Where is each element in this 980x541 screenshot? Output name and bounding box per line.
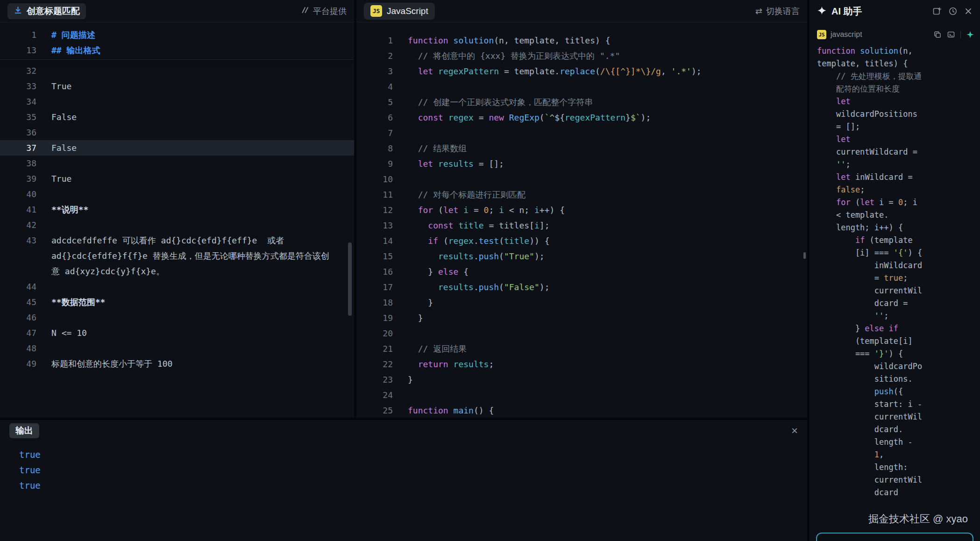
description-line-42[interactable]: 42 (0, 217, 354, 233)
editor-line-10[interactable]: 10 (356, 171, 807, 187)
editor-line-4[interactable]: 4 (356, 79, 807, 94)
description-line-35[interactable]: 35False (0, 109, 354, 125)
description-line-39[interactable]: 39True (0, 171, 354, 186)
token-kw: if (889, 324, 898, 333)
code-text: const regex = new RegExp(`^${regexPatter… (408, 110, 651, 125)
token-pl (504, 113, 509, 122)
token-fn: replace (560, 66, 595, 76)
token-pl (408, 66, 418, 76)
editor-line-13[interactable]: 13 const title = titles[i]; (356, 218, 807, 233)
history-icon[interactable] (948, 7, 958, 16)
editor-line-18[interactable]: 18 } (356, 295, 807, 310)
description-line-36[interactable]: 36 (0, 125, 354, 140)
description-line-47[interactable]: 47N <= 10 (0, 325, 354, 341)
line-number: 38 (0, 156, 36, 171)
description-text: **说明** (51, 202, 354, 217)
editor-line-2[interactable]: 2 // 将创意中的 {xxx} 替换为正则表达式中的 ".*" (356, 48, 807, 64)
description-line-46[interactable]: 46 (0, 310, 354, 325)
editor-line-20[interactable]: 20 (356, 326, 807, 341)
description-line-32[interactable]: 32 (0, 63, 354, 78)
close-icon[interactable] (964, 7, 973, 15)
token-pl (408, 159, 418, 169)
copy-icon[interactable] (933, 30, 942, 39)
line-number: 36 (0, 125, 36, 140)
line-number: 22 (356, 356, 393, 372)
description-line-38[interactable]: 38 (0, 156, 354, 171)
description-line-43[interactable]: 43adcdcefdfeffe 可以看作 ad{}cdc{efd}f{eff}e… (0, 233, 354, 279)
token-pl: currentWil (817, 475, 922, 484)
editor-line-6[interactable]: 6 const regex = new RegExp(`^${regexPatt… (356, 110, 807, 125)
description-line-13[interactable]: 13## 输出格式 (0, 43, 354, 58)
editor-line-8[interactable]: 8 // 结果数组 (356, 141, 807, 156)
editor-line-15[interactable]: 15 results.push("True"); (356, 249, 807, 264)
description-line-33[interactable]: 33True (0, 78, 354, 94)
watermark: 掘金技术社区 @ xyao (868, 512, 968, 526)
editor-line-23[interactable]: 23} (356, 372, 807, 387)
scrollbar-thumb[interactable] (348, 242, 352, 316)
description-line-41[interactable]: 41**说明** (0, 202, 354, 217)
editor-line-21[interactable]: 21 // 返回结果 (356, 341, 807, 356)
token-st: `^ (545, 113, 555, 122)
ai-code-line: dcard (817, 486, 977, 499)
editor-line-24[interactable]: 24 (356, 387, 807, 403)
code-text (408, 326, 413, 341)
editor-line-12[interactable]: 12 for (let i = 0; i < n; i++) { (356, 202, 807, 218)
editor-line-7[interactable]: 7 (356, 125, 807, 141)
token-pl: (template (865, 235, 912, 245)
token-kw: function (408, 36, 448, 45)
editor-line-5[interactable]: 5 // 创建一个正则表达式对象，匹配整个字符串 (356, 94, 807, 110)
description-line-44[interactable]: 44 (0, 279, 354, 294)
editor-line-17[interactable]: 17 results.push("False"); (356, 279, 807, 295)
editor-line-9[interactable]: 9 let results = []; (356, 156, 807, 171)
insert-code-icon[interactable] (947, 30, 955, 39)
editor-line-3[interactable]: 3 let regexPattern = template.replace(/\… (356, 64, 807, 79)
switch-language-button[interactable]: ⇄ 切换语言 (755, 6, 800, 17)
editor-line-25[interactable]: 25function main() { (356, 403, 807, 418)
token-pl: start: i - (817, 399, 927, 409)
token-pl (408, 174, 413, 184)
token-pl (817, 235, 855, 245)
line-number: 4 (356, 79, 393, 94)
provider-label-group: 平台提供 (300, 6, 347, 17)
output-tab[interactable]: 输出 (9, 423, 39, 438)
ai-input-box[interactable] (816, 533, 973, 541)
code-text: (template[i] (817, 336, 917, 346)
token-pl: )) { (529, 236, 549, 246)
line-number: 32 (0, 63, 36, 78)
editor-line-16[interactable]: 16 } else { (356, 264, 807, 279)
description-line-49[interactable]: 49标题和创意的长度小于等于 100 (0, 356, 354, 371)
main-column: 创意标题匹配 平台提供 1# 问题描述13## 输出格式 3233True343… (0, 0, 807, 541)
description-line-1[interactable]: 1# 问题描述 (0, 27, 354, 43)
ai-input[interactable] (824, 539, 966, 541)
editor-line-11[interactable]: 11 // 对每个标题进行正则匹配 (356, 187, 807, 202)
sparkle-gradient-icon[interactable] (966, 30, 974, 39)
line-number: 39 (0, 171, 36, 186)
new-session-icon[interactable] (932, 7, 942, 16)
token-pl: ) { (908, 248, 922, 257)
ai-chat-body[interactable]: JS javascript (810, 22, 980, 499)
editor-line-1[interactable]: 1function solution(n, template, titles) … (356, 33, 807, 48)
description-body[interactable]: 1# 问题描述13## 输出格式 3233True3435False3637Fa… (0, 22, 354, 418)
description-text (51, 279, 354, 294)
scrollbar-mark[interactable] (803, 252, 806, 259)
editor-line-19[interactable]: 19 } (356, 310, 807, 326)
editor-body[interactable]: 1function solution(n, template, titles) … (356, 22, 807, 418)
description-line-37[interactable]: 37False (0, 140, 354, 156)
description-line-48[interactable]: 48 (0, 341, 354, 356)
token-pl: ; (884, 311, 888, 320)
token-vr: regexPattern (565, 113, 625, 122)
close-icon[interactable]: × (791, 425, 798, 436)
tab-javascript[interactable]: JS JavaScript (364, 3, 435, 20)
token-vr: regex (448, 236, 474, 246)
description-line-45[interactable]: 45**数据范围** (0, 294, 354, 310)
token-fn: solution (454, 36, 494, 45)
editor-line-22[interactable]: 22 return results; (356, 356, 807, 372)
token-pl (817, 311, 874, 320)
editor-line-14[interactable]: 14 if (regex.test(title)) { (356, 233, 807, 249)
problem-title-chip[interactable]: 创意标题匹配 (7, 3, 86, 19)
download-icon (14, 6, 22, 17)
description-line-40[interactable]: 40 (0, 186, 354, 202)
line-number: 8 (356, 141, 393, 156)
token-pl (433, 66, 438, 76)
description-line-34[interactable]: 34 (0, 94, 354, 109)
